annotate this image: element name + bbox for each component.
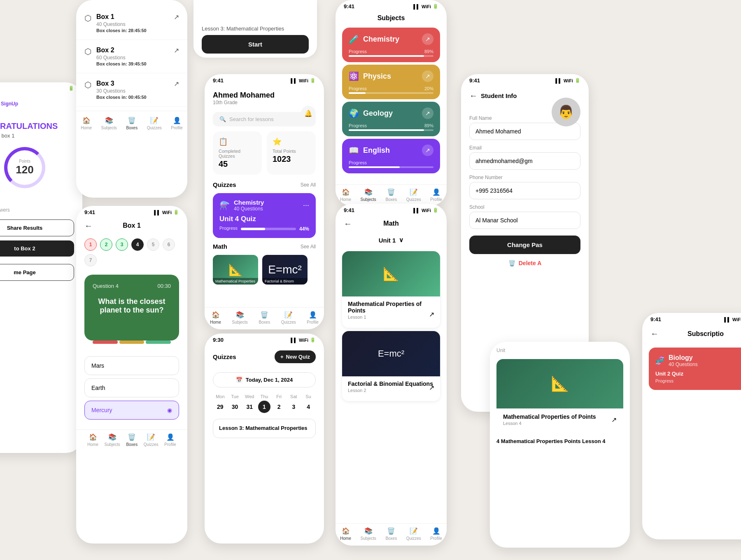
calendar-row: Mon 29 Tue 30 Wed 31 Thu 1 Fri 2 Sat 3 S… xyxy=(205,391,324,416)
export-box-2[interactable]: ↗ xyxy=(174,47,179,54)
subject-physics[interactable]: ⚛️ Physics ↗ Progress 20% xyxy=(342,65,440,99)
math-title: Math xyxy=(383,220,398,227)
nav-quizzes[interactable]: 📝Quizzes xyxy=(147,117,162,130)
nav-subjects-home[interactable]: 📚Subjects xyxy=(232,311,247,324)
subject-english[interactable]: 📖 English ↗ Progress xyxy=(342,139,440,173)
nav-home-subjects[interactable]: 🏠Home xyxy=(340,188,351,202)
result-label: Result xyxy=(0,114,74,120)
english-export[interactable]: ↗ xyxy=(422,145,433,156)
question-text: What is the closest planet to the sun? xyxy=(93,297,171,315)
nav-boxes-home[interactable]: 🗑️Boxes xyxy=(259,311,270,324)
nav-quizzes-subjects[interactable]: 📝Quizzes xyxy=(406,188,421,202)
nav-home-quiz[interactable]: 🏠Home xyxy=(87,433,98,447)
physics-progress-pct: 20% xyxy=(424,86,433,91)
export-box-3[interactable]: ↗ xyxy=(174,80,179,88)
lesson-2-math-title: Factorial & Binomial Equations xyxy=(348,380,434,387)
signup-prompt: n account? SignUp xyxy=(0,101,74,107)
nav-subjects-subjects[interactable]: 📚Subjects xyxy=(360,188,376,202)
physics-export[interactable]: ↗ xyxy=(422,70,433,82)
email-input[interactable] xyxy=(469,152,580,170)
unit-lesson-export[interactable]: ↗ xyxy=(611,416,617,424)
math-header: ← Math xyxy=(336,215,447,232)
nav-boxes-quiz[interactable]: 🗑️Boxes xyxy=(126,433,137,447)
subject-chemistry[interactable]: 🧪 Chemistry ↗ Progress 89% xyxy=(342,28,440,62)
quiz-progress-bar xyxy=(241,228,296,230)
physics-progress-bar xyxy=(349,92,433,94)
notification-button[interactable]: 🔔 xyxy=(301,106,316,121)
box-1-title: Box 1 xyxy=(96,13,174,21)
start-button[interactable]: Start xyxy=(202,35,309,54)
box-1-closes: Box closes in: 28:45:50 xyxy=(96,28,174,33)
wrong-answers: 13 Wrong Answers xyxy=(0,196,74,213)
lesson-item-2[interactable]: E=mc² Factorial & Binomial Equations Les… xyxy=(342,331,440,401)
phone-input[interactable] xyxy=(469,182,580,199)
see-all-quizzes[interactable]: See All xyxy=(301,182,316,188)
see-all-math[interactable]: See All xyxy=(301,244,316,250)
q-dot-3[interactable]: 3 xyxy=(116,238,128,251)
back-button-quiz[interactable]: ← xyxy=(84,221,93,231)
new-quiz-button[interactable]: + New Quiz xyxy=(275,350,316,363)
answer-mercury[interactable]: Mercury xyxy=(84,401,179,420)
lesson-thumb-1[interactable]: 📐 Mathematical Properties xyxy=(213,255,258,285)
english-progress-fill xyxy=(349,166,400,168)
q-dot-1[interactable]: 1 xyxy=(84,238,97,251)
physics-name: Physics xyxy=(363,72,391,81)
geology-export[interactable]: ↗ xyxy=(422,107,433,119)
q-dot-5[interactable]: 5 xyxy=(147,238,159,251)
quiz-lesson-item[interactable]: Lesson 3: Mathematical Properties xyxy=(213,419,316,438)
unit-lesson-item[interactable]: 📐 Mathematical Properties of Points Less… xyxy=(496,359,623,431)
school-input[interactable] xyxy=(469,212,580,229)
subject-geology[interactable]: 🌍 Geology ↗ Progress 89% xyxy=(342,102,440,136)
nav-profile-quiz[interactable]: 👤Profile xyxy=(164,433,176,447)
chemistry-export[interactable]: ↗ xyxy=(422,33,433,45)
nav-home-home[interactable]: 🏠Home xyxy=(210,311,221,324)
geology-progress-fill xyxy=(349,129,424,131)
nav-profile-math[interactable]: 👤Profile xyxy=(430,527,442,541)
nav-profile[interactable]: 👤Profile xyxy=(171,117,182,130)
nav-subjects-math[interactable]: 📚Subjects xyxy=(360,527,376,541)
signup-link[interactable]: SignUp xyxy=(1,101,18,107)
delete-account-button[interactable]: 🗑️ Delete A xyxy=(469,260,580,266)
quiz-menu-dots[interactable]: ··· xyxy=(303,201,309,210)
next-box-button[interactable]: to Box 2 xyxy=(0,240,74,257)
q-dot-2[interactable]: 2 xyxy=(100,238,112,251)
nav-profile-home[interactable]: 👤Profile xyxy=(307,311,318,324)
unit-selector[interactable]: Unit 1 ∨ xyxy=(336,232,447,248)
answer-earth[interactable]: Earth xyxy=(84,378,179,397)
nav-subjects-quiz[interactable]: 📚Subjects xyxy=(104,433,120,447)
nav-quizzes-math[interactable]: 📝Quizzes xyxy=(406,527,421,541)
box-3-title: Box 3 xyxy=(96,80,174,87)
search-bar[interactable]: 🔍 Search for lessons xyxy=(213,112,316,126)
date-picker[interactable]: 📅 Today, Dec 1, 2024 xyxy=(213,372,316,387)
q-dot-4[interactable]: 4 xyxy=(131,238,144,251)
nav-profile-subjects[interactable]: 👤Profile xyxy=(430,188,442,202)
change-password-button[interactable]: Change Pas xyxy=(469,236,580,254)
share-results-button[interactable]: Share Results xyxy=(0,219,74,236)
nav-boxes-math[interactable]: 🗑️Boxes xyxy=(385,527,397,541)
back-button-math[interactable]: ← xyxy=(344,219,352,229)
answer-mars[interactable]: Mars xyxy=(84,356,179,375)
lesson-thumb-2[interactable]: E=mc² Factorial & Binom xyxy=(262,255,308,285)
lesson-1-export[interactable]: ↗ xyxy=(429,310,434,318)
nav-home[interactable]: 🏠Home xyxy=(81,117,92,130)
back-button-profile[interactable]: ← xyxy=(469,91,478,100)
lesson-2-label: Factorial & Binom xyxy=(262,278,308,285)
quiz-progress-label: Progress xyxy=(219,226,238,231)
q-dot-6[interactable]: 6 xyxy=(163,238,175,251)
status-bar-result: ▌▌ WiFi 🔋 xyxy=(0,82,82,93)
time-profile: 9:41 xyxy=(469,77,480,84)
home-button[interactable]: me Page xyxy=(0,264,74,281)
export-box-1[interactable]: ↗ xyxy=(174,13,179,21)
status-icons-math: ▌▌ WiFi 🔋 xyxy=(413,208,438,213)
home-icon-quiz: 🏠 xyxy=(89,433,97,441)
nav-subjects[interactable]: 📚Subjects xyxy=(101,117,117,130)
lesson-item-1[interactable]: 📐 Mathematical Properties of Points Less… xyxy=(342,251,440,328)
back-button-sub[interactable]: ← xyxy=(650,329,659,338)
nav-boxes-subjects[interactable]: 🗑️Boxes xyxy=(385,188,397,202)
nav-boxes[interactable]: 🗑️Boxes xyxy=(126,117,137,130)
cal-thu[interactable]: Thu 1 xyxy=(258,394,270,413)
q-dot-7[interactable]: 7 xyxy=(84,254,97,266)
nav-quizzes-quiz[interactable]: 📝Quizzes xyxy=(144,433,158,447)
nav-home-math[interactable]: 🏠Home xyxy=(340,527,351,541)
nav-quizzes-home[interactable]: 📝Quizzes xyxy=(281,311,296,324)
